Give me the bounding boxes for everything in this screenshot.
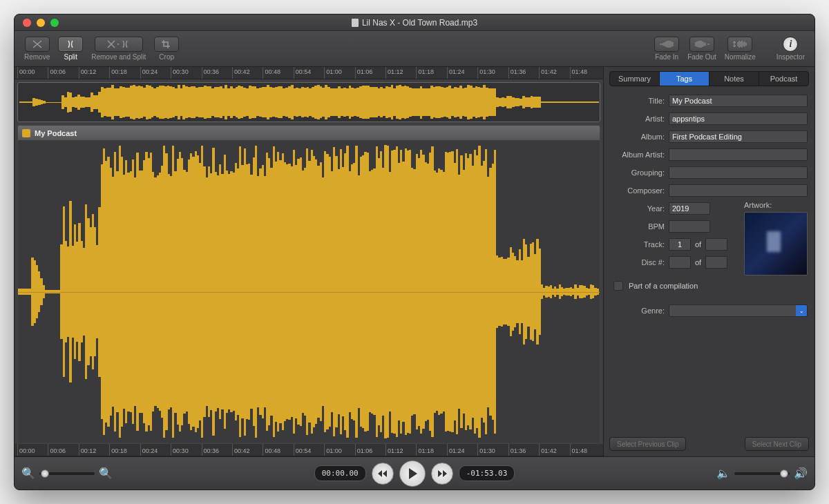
crop-button[interactable]: Crop: [150, 35, 183, 62]
genre-dropdown[interactable]: ⌄: [669, 304, 808, 317]
year-field[interactable]: [669, 202, 710, 215]
fade-in-button[interactable]: Fade In: [650, 35, 683, 62]
track-number-field[interactable]: [669, 238, 691, 251]
overview-waveform[interactable]: [17, 82, 600, 122]
ruler-tick: 01:00: [324, 444, 354, 456]
grouping-field[interactable]: [669, 166, 808, 179]
ruler-tick: 01:30: [477, 444, 508, 456]
composer-field[interactable]: [669, 184, 808, 197]
ruler-tick: 00:18: [109, 67, 140, 79]
ruler-tick: 01:18: [416, 444, 446, 456]
ruler-tick: 00:12: [79, 67, 109, 79]
clip-icon: [22, 129, 30, 137]
title-field[interactable]: [669, 95, 808, 107]
current-time-display: 00:00.00: [314, 465, 366, 481]
ruler-tick: 01:30: [477, 67, 508, 79]
minimize-window-button[interactable]: [37, 19, 45, 27]
fade-out-button[interactable]: Fade Out: [683, 35, 721, 62]
composer-label: Composer:: [611, 186, 665, 195]
clip-name: My Podcast: [35, 129, 77, 137]
ruler-tick: 01:12: [385, 444, 416, 456]
remove-and-split-button[interactable]: Remove and Split: [87, 35, 150, 62]
remaining-time-display: -01:53.03: [459, 465, 515, 481]
inspector-panel: SummaryTagsNotesPodcast Title: Artist: A…: [603, 67, 814, 456]
zoom-out-icon[interactable]: 🔍: [21, 467, 35, 480]
split-button[interactable]: Split: [54, 35, 87, 62]
play-button[interactable]: [399, 461, 426, 487]
ruler-tick: 00:06: [48, 444, 78, 456]
artwork-label: Artwork:: [744, 201, 808, 209]
ruler-tick: 00:00: [17, 444, 48, 456]
main-waveform[interactable]: [17, 140, 600, 444]
ruler-tick: 00:42: [232, 67, 263, 79]
title-label: Title:: [611, 97, 665, 105]
crop-icon: [154, 37, 179, 52]
time-ruler-top[interactable]: 00:0000:0600:1200:1800:2400:3000:3600:42…: [15, 67, 603, 79]
ruler-tick: 01:48: [570, 444, 600, 456]
genre-label: Genre:: [611, 307, 665, 315]
tab-notes[interactable]: Notes: [709, 72, 759, 86]
track-total-field[interactable]: [705, 238, 727, 251]
select-previous-clip-button[interactable]: Select Previous Clip: [609, 437, 686, 451]
tags-form: Title: Artist: Album: Album Artist: Grou…: [604, 90, 814, 321]
ruler-tick: 00:48: [263, 67, 293, 79]
ruler-tick: 00:54: [294, 67, 324, 79]
forward-button[interactable]: [431, 463, 453, 485]
transport-bar: 🔍 🔍 00:00.00 -01:53.03 🔈 🔊: [15, 456, 814, 490]
fade-in-icon: [654, 37, 679, 52]
normalize-icon: [727, 37, 752, 52]
ruler-tick: 01:06: [355, 67, 385, 79]
select-next-clip-button[interactable]: Select Next Clip: [745, 437, 809, 451]
window-controls: [15, 19, 59, 27]
time-ruler-bottom[interactable]: 00:0000:0600:1200:1800:2400:3000:3600:42…: [15, 444, 603, 456]
compilation-checkbox[interactable]: [613, 281, 623, 291]
zoom-controls: 🔍 🔍: [21, 467, 113, 480]
ruler-tick: 00:24: [140, 67, 171, 79]
zoom-window-button[interactable]: [50, 19, 59, 27]
ruler-tick: 00:42: [232, 444, 263, 456]
window-title-text: Lil Nas X - Old Town Road.mp3: [362, 18, 477, 28]
rewind-button[interactable]: [372, 463, 394, 485]
album-field[interactable]: [669, 130, 808, 143]
compilation-label: Part of a compilation: [629, 282, 698, 290]
zoom-in-icon[interactable]: 🔍: [99, 467, 113, 480]
transport-controls: 00:00.00 -01:53.03: [118, 461, 711, 487]
disc-label: Disc #:: [611, 258, 665, 266]
ruler-tick: 01:48: [570, 67, 600, 79]
year-label: Year:: [611, 204, 665, 213]
overview-waveform-bars: [19, 84, 598, 120]
clip-header[interactable]: My Podcast: [17, 125, 600, 140]
artwork-well[interactable]: [744, 212, 808, 275]
grouping-label: Grouping:: [611, 168, 665, 177]
ruler-tick: 01:24: [447, 444, 477, 456]
inspector-button[interactable]: i Inspector: [772, 35, 809, 62]
ruler-tick: 01:24: [447, 67, 477, 79]
scissors-split-icon: [95, 37, 143, 52]
titlebar: Lil Nas X - Old Town Road.mp3: [15, 14, 814, 31]
bpm-field[interactable]: [669, 220, 710, 233]
ruler-tick: 00:36: [202, 444, 232, 456]
disc-total-field[interactable]: [705, 256, 727, 269]
app-window: Lil Nas X - Old Town Road.mp3 Remove Spl…: [14, 14, 815, 490]
close-window-button[interactable]: [23, 19, 31, 27]
disc-number-field[interactable]: [669, 256, 691, 269]
ruler-tick: 01:42: [539, 444, 569, 456]
album-artist-label: Album Artist:: [611, 151, 665, 159]
zoom-slider[interactable]: [39, 472, 95, 475]
album-artist-field[interactable]: [669, 148, 808, 161]
tab-summary[interactable]: Summary: [610, 72, 660, 86]
ruler-tick: 00:54: [294, 444, 324, 456]
info-icon: i: [783, 37, 798, 52]
normalize-button[interactable]: Normalize: [721, 35, 760, 62]
track-label: Track:: [611, 240, 665, 249]
content-area: 00:0000:0600:1200:1800:2400:3000:3600:42…: [15, 67, 814, 456]
tab-tags[interactable]: Tags: [660, 72, 709, 86]
volume-slider[interactable]: [734, 472, 790, 475]
volume-high-icon: 🔊: [794, 467, 808, 480]
tab-podcast[interactable]: Podcast: [759, 72, 808, 86]
ruler-tick: 00:06: [48, 67, 78, 79]
artist-label: Artist:: [611, 115, 665, 123]
split-icon: [58, 37, 83, 52]
remove-button[interactable]: Remove: [20, 35, 54, 62]
artist-field[interactable]: [669, 113, 808, 125]
